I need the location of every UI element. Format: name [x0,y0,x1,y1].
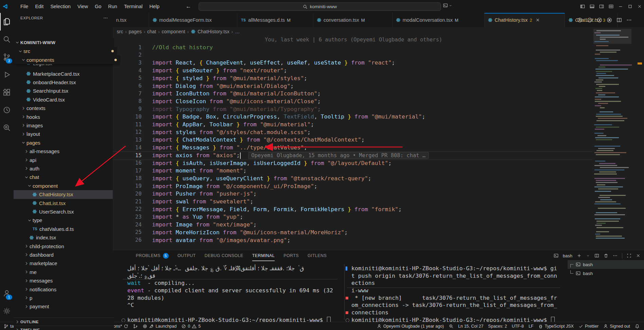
explorer-item-auth[interactable]: auth [14,164,123,173]
code-line-21[interactable]: 21import swal from "sweetalert"; [113,198,592,205]
explorer-item-hooks[interactable]: hooks [14,112,120,121]
activity-source-control[interactable]: 3 [0,48,14,66]
explorer-item-index-tsx[interactable]: index.tsx [14,233,126,242]
code-line-25[interactable]: 25import MoreHorizIcon from "@mui/icons-… [113,228,592,236]
activity-extensions[interactable] [0,84,14,101]
tab-modalconversation-tsx[interactable]: modalConversation.tsxM [392,13,484,27]
menu-edit[interactable]: Edit [32,0,47,13]
explorer-item-onboardheader-tsx[interactable]: onboardHeader.tsx [14,78,123,87]
explorer-more-actions-icon[interactable] [103,16,108,20]
explorer-item-me[interactable]: me [14,268,123,276]
explorer-item-searchinput-tsx[interactable]: SearchInput.tsx [14,87,123,95]
code-line-15[interactable]: 15import axios from "axios";Opeyemi Olug… [113,151,592,160]
minimap[interactable] [593,29,631,242]
code-line-12[interactable]: 12import styles from "@/styles/chat.modu… [113,128,592,136]
panel-tab-output[interactable]: OUTPUT [178,250,196,261]
terminal-list-item-bash[interactable]: bash [568,260,644,269]
panel-tab-terminal[interactable]: TERMINAL [252,250,275,261]
activity-accounts[interactable]: 1 [0,285,14,302]
minimize-icon[interactable] [618,4,623,9]
menu-view[interactable]: View [74,0,91,13]
explorer-item-pages[interactable]: pages [14,138,120,147]
nav-back-icon[interactable] [577,17,583,23]
explorer-item-videocard-tsx[interactable]: VideoCard.tsx [14,95,123,104]
code-line-20[interactable]: 20import Pusher from "pusher-js"; [113,190,592,198]
code-line-7[interactable]: 7import IconButton from "@mui/material/I… [113,90,592,97]
explorer-item-payment[interactable]: payment [14,302,123,311]
code-line-1[interactable]: 1//Old chat history [113,43,592,51]
status-encoding[interactable]: UTF-8 [509,322,526,330]
nav-circle-icon[interactable] [587,17,592,23]
layout-left-icon[interactable] [580,4,585,9]
code-line-4[interactable]: 4import { useRouter } from "next/router"… [113,67,592,74]
explorer-item-api[interactable]: api [14,155,123,164]
tab-modalmessageform-tsx[interactable]: modalMessageForm.tsx [149,13,237,27]
chev-d-sm-icon[interactable] [586,254,590,258]
explorer-item-chatlist-tsx[interactable]: ChatList.tsx3 [14,199,129,207]
menu-file[interactable]: File [17,0,32,13]
code-line-11[interactable]: 11import { AppBar, Toolbar } from "@mui/… [113,121,592,128]
tab-n-tsx[interactable]: n.tsx [113,13,149,27]
code-line-9[interactable]: 9import Typography from "@mui/material/T… [113,105,592,113]
code-line-26[interactable]: 26import avatar from "@/images/avatar.pn… [113,236,592,244]
code-line-3[interactable]: 3import React, { ChangeEvent, useEffect,… [113,59,592,67]
code-line-17[interactable]: 17import moment from "moment"; [113,167,592,175]
status-problems[interactable]: 05 [179,322,203,330]
explorer-item-all-messages[interactable]: all-messages [14,147,123,156]
close-icon[interactable] [535,18,540,22]
activity-run-and-debug[interactable] [0,66,14,84]
explorer-item-chatvalues-d-ts[interactable]: TSchatValues.d.ts [14,224,129,233]
explorer-item-notifications[interactable]: notifications [14,285,123,294]
layout-bottom-icon[interactable] [590,4,594,9]
activity-explorer[interactable] [0,13,14,31]
status-indentation[interactable]: Spaces: 2 [486,322,510,330]
menu-help[interactable]: Help [146,0,163,13]
section-outline[interactable]: OUTLINE [14,317,114,326]
menu-terminal[interactable]: Terminal [121,0,146,13]
explorer-item-src[interactable]: src [14,47,117,56]
explorer-item-chathistory-tsx[interactable]: ChatHistory.tsx2 [14,190,129,199]
close-icon[interactable] [637,4,642,9]
status-formatter[interactable]: Prettier [576,322,601,330]
menu-selection[interactable]: Selection [47,0,74,13]
run-icon[interactable] [607,17,612,23]
plus-icon[interactable] [577,253,582,258]
explorer-item-marketplacecard-tsx[interactable]: MarketplaceCard.tsx [14,69,123,78]
breadcrumb-item-src[interactable]: src [117,29,123,34]
terminal-split-handle[interactable] [344,264,345,320]
panel-tab-debug-console[interactable]: DEBUG CONSOLE [204,250,243,261]
explorer-item-dashboard[interactable]: dashboard [14,250,123,259]
breadcrumb-item-pages[interactable]: pages [129,29,142,34]
status-cursor-position[interactable]: Ln 15, Col 27 [456,322,486,330]
menu-run[interactable]: Run [105,0,121,13]
status-language-mode[interactable]: {}TypeScript JSX [536,322,576,330]
restore-icon[interactable] [628,4,632,9]
status-commit-graph[interactable] [131,322,140,330]
maxpanel-icon[interactable] [627,253,631,258]
explorer-item-component[interactable]: component [14,181,126,190]
panel-tab-problems[interactable]: PROBLEMS5 [136,250,169,261]
status-screencast[interactable] [446,322,456,330]
status-accounts-signin[interactable]: Signed out [601,322,632,330]
panel-tab-ports[interactable]: PORTS [283,250,299,261]
explorer-item-p[interactable]: p [14,293,123,302]
nav-forward-icon[interactable] [597,17,602,23]
code-line-2[interactable]: 2 [113,51,592,59]
command-center-extra-button[interactable] [443,3,453,8]
terminal-list-item-bash[interactable]: bash [568,269,644,278]
menu-go[interactable]: Go [91,0,105,13]
terminal-right[interactable]: kominiti@kominiti-HP-ZBook-Studio-G3:~/r… [351,265,565,320]
explorer-item-usersearch-tsx[interactable]: UserSearch.tsx [14,207,129,216]
code-line-16[interactable]: 16import { isAuth, isUserImage, isUserLo… [113,159,592,167]
breadcrumb-item-component[interactable]: component [162,29,185,34]
status-notifications[interactable] [632,322,642,330]
code-line-23[interactable]: 23import * as Yup from "yup"; [113,213,592,221]
layout-grid-icon[interactable] [609,4,613,9]
explorer-item-chat[interactable]: chat [14,173,123,182]
explorer-item-contexts[interactable]: contexts [14,104,120,113]
terminal-left[interactable]: لقأ ؛ الج ٝ لقأ ؛ الج ـ«ٝـ. ققلج. الج ؏ … [127,265,342,320]
explorer-item-layout[interactable]: layout [14,130,120,139]
command-center-search[interactable]: kominiti-www [199,2,441,11]
explorer-item-marketplace[interactable]: marketplace [14,259,123,268]
section-timeline[interactable]: TIMELINE [14,326,114,330]
